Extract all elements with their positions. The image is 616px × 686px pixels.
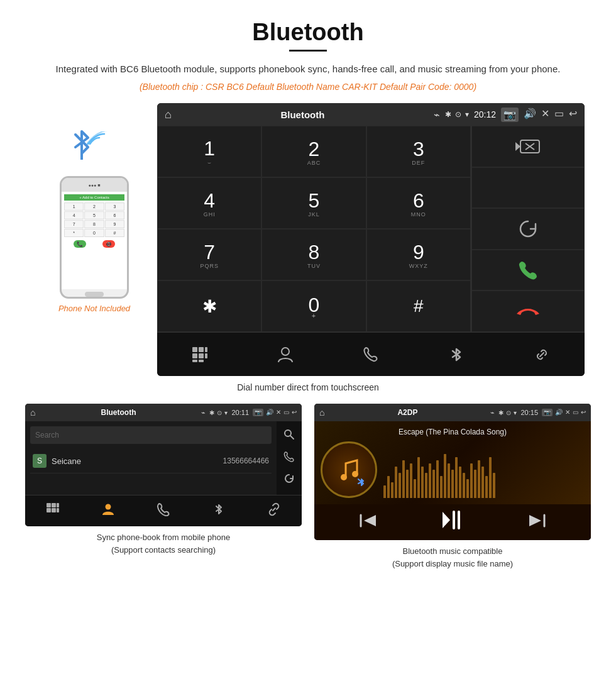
phone-bottom-buttons: 📞 📵 [64,239,124,249]
prev-track-button[interactable] [359,513,378,532]
music-main-area [321,441,585,498]
music-song-title: Escape (The Pina Colada Song) [321,428,585,436]
phone-key-8[interactable]: 8 [84,220,104,228]
ms-volume-icon[interactable]: 🔊 [555,409,563,416]
phone-key-9[interactable]: 9 [105,220,124,228]
wave-bar [417,457,420,498]
pb-nav-bluetooth[interactable] [212,502,226,519]
phonebook-status-icons: ✱ ⊙ ▾ [209,409,228,416]
phone-key-4[interactable]: 4 [64,211,84,219]
wave-bar [455,457,458,498]
search-bar[interactable]: Search [30,426,272,444]
phone-key-6[interactable]: 6 [105,211,124,219]
bluetooth-signal-area [69,128,119,172]
dial-key-9[interactable]: 9 WXYZ [366,229,471,280]
phonebook-time: 20:11 [231,409,249,416]
wave-bar [444,454,446,498]
play-pause-button[interactable] [441,511,464,534]
nav-phone-button[interactable] [355,339,387,370]
music-screen-title: A2DP [328,408,487,417]
status-right-icons: 📷 🔊 ✕ ▭ ↩ [501,108,577,122]
phone-home-button[interactable] [85,292,104,297]
wifi-icon: ▾ [465,110,469,119]
music-waveform [383,441,585,498]
ms-window-icon[interactable]: ▭ [573,409,578,416]
window-icon[interactable]: ▭ [554,108,564,122]
wave-bar [493,473,495,498]
wave-bar [421,467,424,498]
phone-call-button[interactable]: 📞 [74,240,86,248]
dialer-right-panel [471,126,585,332]
pb-nav-grid[interactable] [46,502,60,519]
nav-contacts-button[interactable] [270,339,301,370]
phonebook-search-icon[interactable] [280,425,299,447]
pb-back-icon[interactable]: ↩ [292,409,297,416]
pb-nav-phone[interactable] [157,502,170,519]
wave-bar [451,470,454,498]
phone-key-0[interactable]: 0 [84,229,104,237]
phone-key-star[interactable]: * [64,229,84,237]
bluetooth-nav-icon [448,346,465,363]
phonebook-call-icon[interactable] [280,447,299,469]
contact-row[interactable]: S Seicane 13566664466 [30,449,272,473]
phonebook-reload-icon[interactable] [280,469,299,491]
search-placeholder: Search [35,431,59,440]
call-end-button[interactable] [471,290,585,332]
pb-nav-link[interactable] [267,502,281,519]
phone-key-1[interactable]: 1 [64,202,84,211]
next-track-button[interactable] [527,513,546,532]
phone-key-7[interactable]: 7 [64,220,84,228]
svg-marker-25 [364,515,376,526]
dial-key-5[interactable]: 5 JKL [261,177,366,229]
home-icon[interactable]: ⌂ [165,108,172,121]
wave-bar [399,473,401,498]
phone-key-5[interactable]: 5 [84,211,104,219]
pb-volume-icon[interactable]: 🔊 [266,409,273,416]
volume-icon[interactable]: 🔊 [524,108,536,122]
dial-key-1[interactable]: 1 ⌣ [157,126,261,177]
dial-key-0[interactable]: 0 + [261,280,366,332]
ms-back-icon[interactable]: ↩ [581,409,586,416]
dial-key-7[interactable]: 7 PQRS [157,229,261,280]
dialer-grid: 1 ⌣ 2 ABC 3 DEF 4 GHI [157,126,471,332]
pb-camera-icon[interactable]: 📷 [253,409,263,416]
redial-button[interactable] [471,208,585,250]
phone-key-3[interactable]: 3 [105,202,124,211]
phonebook-home-icon[interactable]: ⌂ [30,407,35,418]
ms-close-icon[interactable]: ✕ [565,409,570,416]
svg-marker-30 [529,515,541,526]
call-green-icon [517,259,539,282]
bluetooth-status-icon: ✱ [445,110,451,119]
dial-key-4[interactable]: 4 GHI [157,177,261,229]
wave-bar [402,460,405,498]
dial-key-6[interactable]: 6 MNO [366,177,471,229]
phone-end-button[interactable]: 📵 [102,240,115,248]
dial-key-star[interactable]: ✱ [157,280,261,332]
pb-nav-person[interactable] [101,502,115,519]
backspace-button[interactable] [471,126,585,167]
camera-icon[interactable]: 📷 [501,108,519,122]
phone-key-2[interactable]: 2 [84,202,104,211]
nav-link-button[interactable] [526,339,558,370]
phone-key-hash[interactable]: # [105,229,124,237]
status-time: 20:12 [474,109,496,119]
back-icon[interactable]: ↩ [569,108,577,122]
phone-not-included-label: Phone Not Included [58,304,130,313]
dial-key-hash[interactable]: # [366,280,471,332]
nav-grid-button[interactable] [184,339,216,370]
dial-key-2[interactable]: 2 ABC [261,126,366,177]
call-icon [283,451,295,462]
nav-bluetooth-button[interactable] [441,339,472,370]
dial-key-3[interactable]: 3 DEF [366,126,471,177]
wave-bar [489,457,492,498]
dial-key-8[interactable]: 8 TUV [261,229,366,280]
ms-camera-icon[interactable]: 📷 [542,409,553,416]
call-green-button[interactable] [471,250,585,291]
pb-close-icon[interactable]: ✕ [276,409,281,416]
music-home-icon[interactable]: ⌂ [319,407,324,418]
wave-bar [383,485,386,498]
phonebook-bottom-nav [25,495,302,526]
pb-window-icon[interactable]: ▭ [283,409,289,416]
close-icon[interactable]: ✕ [541,108,549,122]
phone-keypad: 1 2 3 4 5 6 7 8 9 * 0 # [64,202,124,237]
